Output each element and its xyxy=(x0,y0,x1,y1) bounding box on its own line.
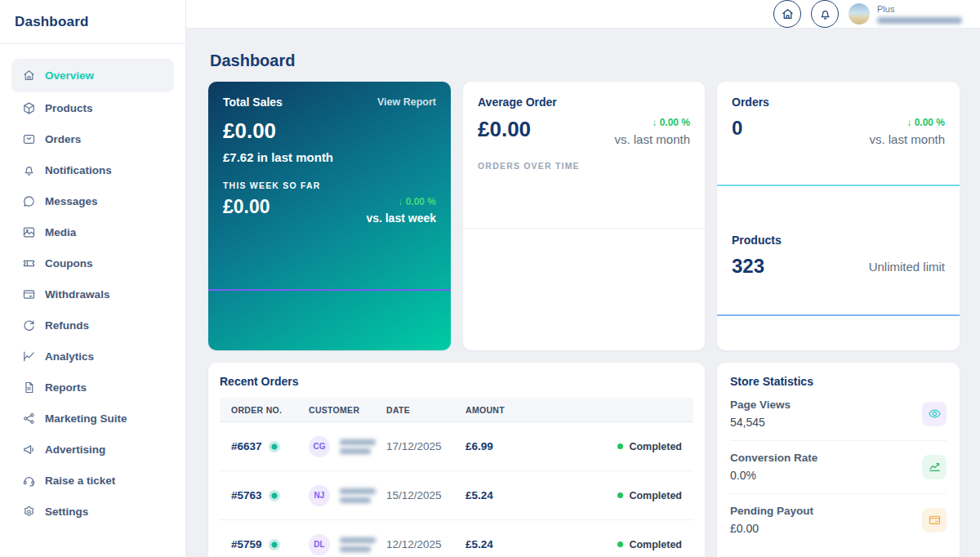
sidebar-item-label: Coupons xyxy=(45,257,93,270)
user-menu[interactable]: Plus xyxy=(849,3,962,25)
order-amount: £6.99 xyxy=(466,440,584,452)
table-row[interactable]: #6637CG17/12/2025£6.99Completed xyxy=(220,422,693,471)
main-area: Plus Dashboard Total Sales View Report £… xyxy=(186,0,980,557)
notifications-button[interactable] xyxy=(811,0,839,28)
sidebar-item-orders[interactable]: Orders xyxy=(11,123,174,154)
sidebar-item-label: Advertising xyxy=(45,443,105,456)
orders-chart-flatline xyxy=(717,185,960,186)
stat-value: £0.00 xyxy=(730,522,922,535)
eye-icon xyxy=(922,402,947,426)
avatar xyxy=(849,3,870,25)
bell-icon xyxy=(818,7,832,21)
sidebar-item-label: Notifications xyxy=(45,164,112,176)
status-badge: Completed xyxy=(584,539,682,550)
customer-avatar: CG xyxy=(309,436,330,457)
order-date: 17/12/2025 xyxy=(386,440,466,452)
sidebar-item-analytics[interactable]: Analytics xyxy=(11,341,174,372)
sidebar-item-refunds[interactable]: Refunds xyxy=(11,310,174,341)
sidebar-item-label: Settings xyxy=(45,506,88,518)
table-row[interactable]: #5759DL12/12/2025£5.24Completed xyxy=(220,520,693,557)
sidebar-item-label: Withdrawals xyxy=(45,288,109,301)
refresh-icon xyxy=(22,319,36,332)
status-badge: Completed xyxy=(584,490,682,501)
customer-avatar: NJ xyxy=(309,485,330,506)
trend-icon xyxy=(922,455,947,479)
week-so-far-label: THIS WEEK SO FAR xyxy=(223,180,436,190)
products-limit-label: Unlimited limit xyxy=(869,260,945,274)
stat-label: Page Views xyxy=(730,399,922,411)
page-title: Dashboard xyxy=(210,51,960,70)
sidebar-item-label: Raise a ticket xyxy=(45,475,115,487)
megaphone-icon xyxy=(22,443,36,457)
status-label: Completed xyxy=(629,490,682,501)
sidebar-item-label: Analytics xyxy=(45,350,94,363)
sidebar-item-messages[interactable]: Messages xyxy=(11,185,174,216)
orders-over-time-label: ORDERS OVER TIME xyxy=(478,161,690,171)
store-statistics-card: Store Statistics Page Views54,545Convers… xyxy=(717,363,960,557)
user-plan-label: Plus xyxy=(877,4,962,14)
sidebar-item-reports[interactable]: Reports xyxy=(11,372,174,403)
share-icon xyxy=(22,412,36,426)
sidebar-item-label: Refunds xyxy=(45,319,89,332)
box-icon xyxy=(22,101,36,115)
sidebar-header: Dashboard xyxy=(0,0,185,44)
sidebar-item-raise-a-ticket[interactable]: Raise a ticket xyxy=(11,465,174,496)
completed-dot-icon xyxy=(617,541,623,547)
sidebar-item-advertising[interactable]: Advertising xyxy=(11,434,174,465)
total-sales-card: Total Sales View Report £0.00 £7.62 in l… xyxy=(208,82,451,350)
home-icon xyxy=(22,69,36,82)
products-limit-bar xyxy=(717,314,960,316)
home-button[interactable] xyxy=(773,0,801,28)
sidebar-item-notifications[interactable]: Notifications xyxy=(11,154,174,185)
sidebar-item-media[interactable]: Media xyxy=(11,216,174,247)
products-section: Products 323 Unlimited limit xyxy=(732,234,945,278)
sidebar-item-label: Media xyxy=(45,226,76,238)
status-badge: Completed xyxy=(584,441,682,452)
content: Dashboard Total Sales View Report £0.00 … xyxy=(186,29,980,557)
stat-item-pending-payout: Pending Payout£0.00 xyxy=(730,494,947,546)
file-icon xyxy=(22,381,36,394)
sidebar-item-coupons[interactable]: Coupons xyxy=(11,247,174,278)
sidebar-item-settings[interactable]: Settings xyxy=(11,496,174,527)
total-sales-title: Total Sales xyxy=(223,96,283,109)
order-number: #5759 xyxy=(231,538,262,550)
average-order-title: Average Order xyxy=(478,96,690,109)
sidebar-title: Dashboard xyxy=(15,14,89,30)
customer-name-blurred xyxy=(340,488,376,503)
avatar-image-blurred xyxy=(849,3,870,25)
order-status-dot-icon xyxy=(269,490,280,501)
products-title: Products xyxy=(732,234,945,247)
store-statistics-title: Store Statistics xyxy=(730,375,947,388)
sidebar-nav: OverviewProductsOrdersNotificationsMessa… xyxy=(0,44,185,541)
order-status-dot-icon xyxy=(269,539,280,550)
sidebar-item-marketing-suite[interactable]: Marketing Suite xyxy=(11,403,174,434)
mail-icon xyxy=(22,132,36,146)
recent-orders-title: Recent Orders xyxy=(220,375,693,388)
orders-value: 0 xyxy=(732,117,742,140)
customer-avatar: DL xyxy=(309,534,330,555)
user-name-blurred xyxy=(877,17,962,24)
sidebar-item-withdrawals[interactable]: Withdrawals xyxy=(11,278,174,310)
table-row[interactable]: #5763NJ15/12/2025£5.24Completed xyxy=(220,471,693,520)
order-number: #6637 xyxy=(231,440,262,452)
stat-value: 54,545 xyxy=(730,416,922,429)
bell-icon xyxy=(22,163,36,177)
image-icon xyxy=(22,225,36,239)
orders-change-indicator: ↓ 0.00 % xyxy=(869,117,945,128)
ticket-icon xyxy=(22,256,36,270)
sidebar-item-overview[interactable]: Overview xyxy=(11,59,174,92)
stat-value: 0.0% xyxy=(730,469,922,482)
view-report-link[interactable]: View Report xyxy=(377,96,436,108)
stat-item-page-views: Page Views54,545 xyxy=(730,388,947,441)
store-statistics-list: Page Views54,545Conversion Rate0.0%Pendi… xyxy=(730,388,947,546)
average-order-card: Average Order £0.00 ↓ 0.00 % vs. last mo… xyxy=(463,82,705,350)
average-order-amount: £0.00 xyxy=(478,117,531,142)
completed-dot-icon xyxy=(617,443,623,449)
home-icon xyxy=(781,7,795,21)
sidebar: Dashboard OverviewProductsOrdersNotifica… xyxy=(0,0,186,557)
sidebar-item-products[interactable]: Products xyxy=(11,92,174,123)
recent-orders-card: Recent Orders ORDER NO.CUSTOMERDATEAMOUN… xyxy=(208,363,705,557)
completed-dot-icon xyxy=(617,492,623,498)
orders-table-body: #6637CG17/12/2025£6.99Completed#5763NJ15… xyxy=(220,422,693,557)
orders-vs-label: vs. last month xyxy=(869,132,945,146)
